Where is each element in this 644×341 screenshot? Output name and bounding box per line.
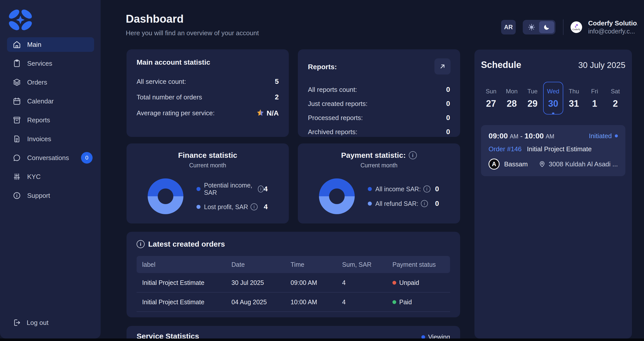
- week-strip: Sun27 Mon28 Tue29 Wed30 Thu31 Fri1 Sat2: [481, 82, 625, 115]
- schedule-event-card[interactable]: 09:00 AM - 10:00 AM Initiated Order #146…: [481, 125, 625, 176]
- sidebar-item-label: Conversations: [27, 154, 69, 162]
- user-menu[interactable]: Coderfy Solutio... info@coderfy.c...: [588, 19, 637, 35]
- logout-icon: [13, 318, 21, 327]
- sidebar-item-orders[interactable]: Orders: [7, 75, 94, 90]
- sidebar-item-label: KYC: [27, 173, 41, 181]
- sidebar-item-services[interactable]: Services: [7, 56, 94, 71]
- orders-table-header: label Date Time Sum, SAR Payment status: [137, 256, 450, 273]
- info-icon[interactable]: i: [423, 185, 430, 193]
- moon-icon: [543, 24, 550, 31]
- user-name: Coderfy Solutio...: [588, 19, 637, 27]
- legend-label: Lost profit, SARi: [204, 203, 258, 211]
- day-cell-wed-selected[interactable]: Wed30: [543, 82, 563, 115]
- unpaid-dot: [392, 281, 396, 285]
- sliders-icon: [13, 172, 21, 181]
- sidebar-item-invoices[interactable]: Invoices: [7, 132, 94, 146]
- stat-value: 5: [275, 78, 279, 86]
- legend-label: Potential income, SARi: [204, 182, 264, 196]
- header-divider: [563, 19, 564, 35]
- status-dot: [615, 134, 618, 137]
- schedule-title: Schedule: [481, 60, 521, 70]
- stat-value: 2: [275, 93, 279, 101]
- sidebar-item-main[interactable]: Main: [7, 37, 94, 52]
- half-star-icon: [256, 109, 265, 117]
- column-header: Date: [231, 261, 291, 268]
- selected-day-dot: [552, 112, 554, 114]
- finance-donut-chart: [148, 178, 183, 214]
- day-cell-thu[interactable]: Thu31: [564, 82, 584, 115]
- language-button[interactable]: AR: [501, 20, 516, 34]
- sidebar-item-support[interactable]: Support: [7, 188, 94, 203]
- table-row[interactable]: Initial Project Estimate 04 Aug 2025 10:…: [137, 292, 450, 312]
- service-statistics-card: Service Statistics Viewing: [127, 326, 460, 338]
- info-icon[interactable]: i: [421, 200, 428, 207]
- event-time: 09:00 AM - 10:00 AM: [489, 132, 554, 140]
- legend-value: 0: [435, 185, 439, 193]
- stat-value: 0: [446, 114, 450, 122]
- stat-label: Archived reports:: [308, 128, 357, 136]
- sidebar-item-calendar[interactable]: Calendar: [7, 94, 94, 108]
- sidebar-item-label: Support: [27, 192, 50, 200]
- home-icon: [13, 40, 21, 49]
- sidebar-item-label: Orders: [27, 79, 47, 86]
- sidebar-nav: Main Services Orders Calendar Reports In…: [7, 37, 94, 207]
- info-icon[interactable]: i: [251, 203, 258, 210]
- info-icon[interactable]: i: [258, 185, 264, 193]
- payment-status: Paid: [392, 298, 445, 306]
- chat-icon: [13, 154, 21, 162]
- dark-theme-button[interactable]: [539, 21, 554, 33]
- event-order: Order #146 Initial Project Estimate: [489, 145, 618, 153]
- info-icon[interactable]: i: [409, 151, 417, 159]
- conversations-badge: 0: [81, 152, 93, 164]
- column-header: Payment status: [392, 261, 445, 268]
- arrow-up-right-icon: [439, 63, 446, 70]
- location-pin-icon: [539, 161, 546, 168]
- sidebar-item-label: Services: [27, 60, 52, 67]
- order-date: 30 Jul 2025: [231, 279, 291, 286]
- legend-dot: [196, 187, 200, 191]
- sidebar: Main Services Orders Calendar Reports In…: [0, 0, 101, 338]
- day-cell-mon[interactable]: Mon28: [502, 82, 522, 115]
- card-subtitle: Current month: [137, 162, 279, 169]
- day-cell-tue[interactable]: Tue29: [522, 82, 543, 115]
- order-sum: 4: [342, 279, 392, 286]
- order-label: Initial Project Estimate: [142, 279, 231, 286]
- sidebar-item-reports[interactable]: Reports: [7, 113, 94, 127]
- column-header: Sum, SAR: [342, 261, 392, 268]
- day-cell-fri[interactable]: Fri1: [585, 82, 605, 115]
- stat-value: 0: [446, 128, 450, 136]
- sidebar-item-kyc[interactable]: KYC: [7, 169, 94, 184]
- header-actions: AR ⤤ Coderfy Coderfy Solutio... info@cod…: [501, 19, 637, 35]
- light-theme-button[interactable]: [524, 21, 539, 33]
- info-icon: [13, 191, 21, 200]
- logout-button[interactable]: Log out: [13, 318, 49, 327]
- page-subtitle: Here you will find an overview of your a…: [126, 29, 259, 37]
- reports-card: Reports: All reports count: 0 Just creat…: [298, 49, 460, 137]
- card-title: Payment statistic:i: [308, 151, 450, 160]
- layers-icon: [13, 78, 21, 87]
- day-cell-sat[interactable]: Sat2: [605, 82, 625, 115]
- legend-dot: [368, 202, 372, 206]
- legend-value: 4: [264, 185, 268, 193]
- open-reports-button[interactable]: [434, 58, 451, 74]
- sidebar-item-label: Calendar: [27, 97, 54, 105]
- sun-icon: [528, 23, 535, 31]
- stat-label: Just created reports:: [308, 100, 368, 108]
- table-row[interactable]: Initial Project Estimate 30 Jul 2025 09:…: [137, 273, 450, 292]
- order-sum: 4: [342, 298, 392, 306]
- stat-label: Average rating per service:: [137, 109, 215, 117]
- card-title: i Latest created orders: [137, 240, 450, 248]
- payment-status: Unpaid: [392, 279, 445, 286]
- legend-dot: [196, 205, 200, 209]
- sidebar-item-conversations[interactable]: Conversations 0: [7, 150, 94, 165]
- user-avatar[interactable]: ⤤ Coderfy: [571, 21, 582, 33]
- theme-toggle: [523, 20, 555, 34]
- day-cell-sun[interactable]: Sun27: [481, 82, 501, 115]
- order-date: 04 Aug 2025: [231, 298, 291, 306]
- paid-dot: [392, 300, 396, 304]
- info-icon[interactable]: i: [137, 240, 145, 248]
- latest-orders-card: i Latest created orders label Date Time …: [127, 232, 460, 317]
- screen-bottom-edge: [0, 338, 644, 341]
- order-time: 09:00 AM: [291, 279, 342, 286]
- order-link[interactable]: Order #146: [489, 145, 522, 153]
